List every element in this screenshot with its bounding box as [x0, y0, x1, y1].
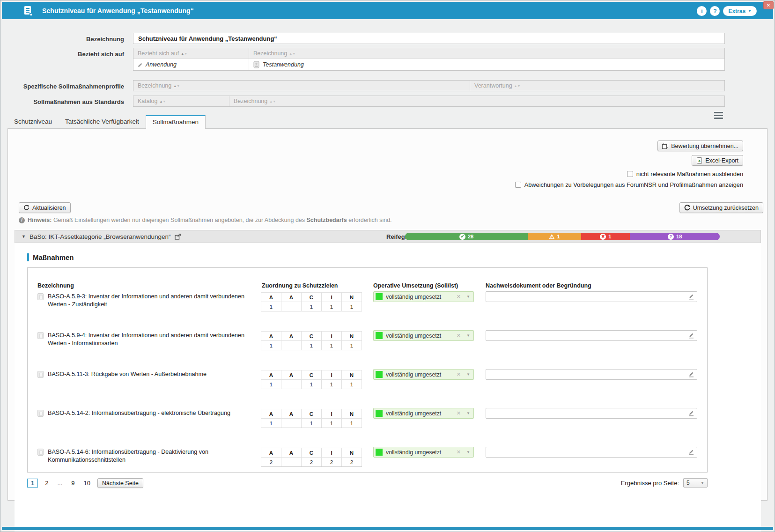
chevron-down-icon[interactable]: ▼: [466, 411, 470, 415]
nachweis-input[interactable]: [486, 447, 697, 458]
reifegrad-segment-ok[interactable]: ✔ 28: [405, 233, 528, 240]
chevron-down-icon[interactable]: ▼: [466, 295, 470, 299]
status-color-square: [376, 449, 383, 456]
umsetzung-select[interactable]: vollständig umgesetzt ✕ ▼: [373, 369, 474, 380]
list-view-icon[interactable]: [714, 112, 723, 119]
header-umsetzung: Operative Umsetzung (Soll/Ist): [373, 282, 458, 289]
clear-icon[interactable]: ✕: [457, 294, 461, 300]
goal-value: 1: [261, 302, 281, 311]
column-header-katalog[interactable]: Katalog ▲▼: [133, 96, 229, 106]
measure-checkbox-icon[interactable]: [37, 332, 44, 339]
next-page-button[interactable]: Nächste Seite: [97, 478, 143, 488]
edit-icon[interactable]: [688, 449, 694, 457]
checkbox[interactable]: [515, 182, 521, 188]
edit-icon[interactable]: [688, 332, 694, 340]
svg-text:x: x: [698, 158, 701, 163]
table-row[interactable]: Anwendung Testanwendung: [133, 59, 724, 70]
measure-checkbox-icon[interactable]: [37, 293, 44, 300]
clear-icon[interactable]: ✕: [457, 449, 461, 455]
page-1[interactable]: 1: [27, 479, 38, 488]
tab-sollmassnahmen[interactable]: Sollmaßnahmen: [146, 115, 206, 129]
goal-col: A: [281, 448, 302, 458]
standards-grid: Katalog ▲▼ Bezeichnung ▲▼: [133, 96, 725, 107]
chevron-down-icon: ▼: [701, 481, 704, 485]
nachweis-field: [486, 291, 697, 302]
column-header-bezieht-sich-auf[interactable]: Bezieht sich auf ▲▼: [133, 48, 249, 59]
reifegrad-label: Reifegrad: [386, 233, 403, 240]
external-link-icon[interactable]: [175, 234, 181, 240]
goal-col: A: [261, 448, 281, 458]
profile-label: Spezifische Sollmaßnahmenprofile: [0, 83, 124, 90]
info-icon[interactable]: i: [697, 6, 707, 16]
per-page-select[interactable]: 5 ▼: [683, 478, 708, 488]
nachweis-input[interactable]: [486, 408, 697, 419]
show-deviations-checkbox-row[interactable]: Abweichungen zu Vorbelegungen aus ForumN…: [515, 181, 743, 188]
bezeichnung-field[interactable]: Schutzniveau für Anwendung „Testanwendun…: [133, 33, 725, 44]
goal-value: 1: [261, 419, 281, 428]
reifegrad-segment-unknown[interactable]: ? 18: [630, 233, 720, 240]
nachweis-field: [486, 447, 697, 458]
column-header-profile-bezeichnung[interactable]: Bezeichnung ▲▼: [133, 81, 470, 91]
column-header-standards-bezeichnung[interactable]: Bezeichnung ▲▼: [229, 96, 724, 106]
status-color-square: [376, 293, 383, 300]
chevron-down-icon[interactable]: ▼: [466, 450, 470, 454]
umsetzung-select[interactable]: vollständig umgesetzt ✕ ▼: [373, 291, 474, 302]
goal-value: 1: [322, 341, 342, 350]
goal-value: [281, 458, 302, 467]
sort-icons: ▲▼: [289, 52, 295, 55]
section-header: ▼ BaSo: IKT-Assetkategorie „Browseranwen…: [15, 230, 761, 243]
chevron-down-icon: ▼: [748, 9, 752, 13]
hide-irrelevant-checkbox-row[interactable]: nicht relevante Maßnahmen ausblenden: [627, 170, 743, 177]
umsetzung-zuruecksetzen-button[interactable]: Umsetzung zurücksetzen: [679, 202, 763, 213]
page-2[interactable]: 2: [43, 479, 50, 487]
pencil-icon: [138, 62, 143, 67]
measure-checkbox-icon[interactable]: [37, 371, 44, 378]
checkbox[interactable]: [627, 171, 633, 177]
clear-icon[interactable]: ✕: [457, 332, 461, 339]
table-header-row: Bezeichnung Zuordnung zu Schutzzielen Op…: [28, 282, 707, 292]
page-9[interactable]: 9: [69, 479, 76, 487]
pagination: 1 2 ... 9 10 Nächste Seite: [27, 478, 143, 488]
goal-value: 2: [302, 458, 322, 467]
measure-checkbox-icon[interactable]: [37, 410, 44, 417]
chevron-down-icon[interactable]: ▼: [466, 372, 470, 377]
umsetzung-select[interactable]: vollständig umgesetzt ✕ ▼: [373, 447, 474, 458]
aktualisieren-button[interactable]: Aktualisieren: [19, 202, 71, 213]
edit-icon[interactable]: [688, 410, 694, 418]
column-header-verantwortung[interactable]: Verantwortung ▲▼: [470, 81, 724, 91]
goal-value: 1: [302, 302, 322, 311]
column-header-bezeichnung[interactable]: Bezeichnung ▲▼: [249, 48, 724, 59]
collapse-icon[interactable]: ▼: [22, 234, 26, 239]
goal-col: I: [322, 409, 342, 419]
document-icon: [24, 6, 32, 16]
window-title: Schutzniveau für Anwendung „Testanwendun…: [42, 7, 194, 15]
measure-name: BASO-A.5.14-2: Informationsübertragung -…: [48, 409, 256, 417]
edit-icon[interactable]: [688, 293, 694, 302]
nachweis-input[interactable]: [486, 330, 697, 341]
umsetzung-select[interactable]: vollständig umgesetzt ✕ ▼: [373, 330, 474, 341]
clear-icon[interactable]: ✕: [457, 371, 461, 377]
nachweis-input[interactable]: [486, 369, 697, 380]
edit-icon[interactable]: [688, 371, 694, 379]
extras-button[interactable]: Extras▼: [723, 6, 757, 16]
schutzziele-table: A A C I N 1 1 1: [261, 331, 362, 350]
close-button[interactable]: ×: [763, 1, 774, 9]
excel-export-button[interactable]: x Excel-Export: [692, 155, 743, 166]
goal-col: A: [281, 293, 302, 302]
chevron-down-icon[interactable]: ▼: [466, 333, 470, 338]
goal-col: N: [342, 332, 362, 341]
nachweis-input[interactable]: [486, 291, 697, 302]
bewertung-uebernehmen-button[interactable]: Bewertung übernehmen...: [657, 140, 743, 151]
tab-schutzniveau[interactable]: Schutzniveau: [7, 115, 59, 129]
measure-checkbox-icon[interactable]: [37, 449, 44, 456]
umsetzung-select[interactable]: vollständig umgesetzt ✕ ▼: [373, 408, 474, 419]
help-icon[interactable]: ?: [710, 6, 720, 16]
copy-icon: [662, 143, 668, 149]
reifegrad-segment-error[interactable]: ✖ 1: [581, 233, 630, 240]
sort-icons: ▲▼: [173, 84, 180, 88]
reifegrad-segment-warning[interactable]: ⚠ 1: [528, 233, 581, 240]
tab-tatsaechliche-verfuegbarkeit[interactable]: Tatsächliche Verfügbarkeit: [59, 115, 146, 129]
clear-icon[interactable]: ✕: [457, 410, 461, 416]
page-10[interactable]: 10: [82, 479, 92, 487]
goal-col: N: [342, 448, 362, 458]
